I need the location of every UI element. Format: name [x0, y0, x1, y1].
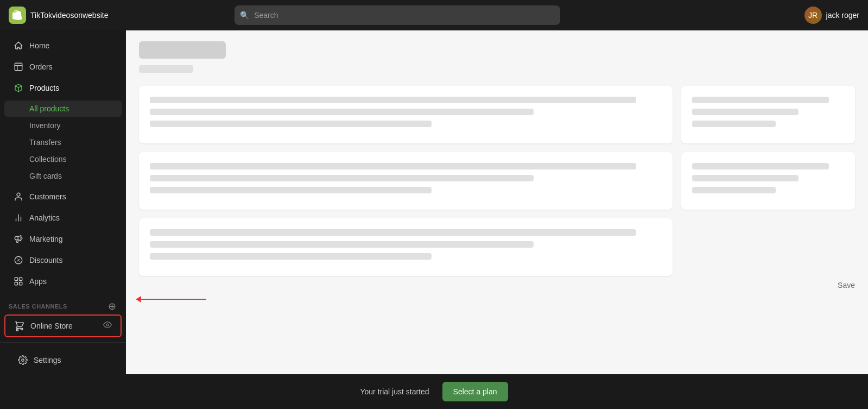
top-navigation: TikTokvideosonwebsite 🔍 JR jack roger: [0, 0, 868, 30]
sidebar-item-online-store[interactable]: Online Store: [4, 314, 122, 337]
skeleton-card-1: [139, 86, 673, 143]
user-name: jack roger: [826, 11, 859, 20]
skeleton-line: [150, 109, 534, 115]
skeleton-line: [692, 175, 799, 181]
gift-cards-label: Gift cards: [29, 172, 62, 180]
sidebar-item-inventory[interactable]: Inventory: [4, 117, 122, 134]
customers-icon: [13, 191, 24, 202]
skeleton-line: [692, 109, 799, 115]
svg-rect-3: [15, 282, 17, 285]
apps-label: Apps: [29, 277, 47, 286]
sales-channels-section: SALES CHANNELS ⊕: [0, 292, 126, 314]
nav-right: JR jack roger: [804, 7, 859, 24]
trial-message: Your trial just started: [360, 387, 429, 396]
orders-label: Orders: [29, 62, 53, 71]
sidebar-item-marketing[interactable]: Marketing: [4, 229, 122, 249]
discounts-icon: [13, 255, 24, 266]
skeleton-title: [139, 41, 226, 59]
svg-point-6: [22, 359, 24, 362]
right-column: [681, 86, 855, 276]
skeleton-line: [692, 187, 776, 193]
sidebar-item-gift-cards[interactable]: Gift cards: [4, 168, 122, 184]
sidebar-item-home[interactable]: Home: [4, 35, 122, 56]
sidebar-item-settings[interactable]: Settings: [9, 350, 117, 370]
products-icon: [13, 83, 24, 93]
inventory-label: Inventory: [29, 121, 61, 130]
skeleton-card-right-2: [681, 152, 855, 210]
skeleton-line: [150, 97, 636, 103]
search-input[interactable]: [235, 5, 560, 25]
orders-icon: [13, 61, 24, 72]
save-button-wrap: Save: [139, 280, 855, 290]
marketing-label: Marketing: [29, 235, 62, 243]
main-layout: Home Orders Products All products: [0, 30, 868, 374]
svg-rect-2: [20, 278, 22, 280]
sidebar-item-orders[interactable]: Orders: [4, 56, 122, 77]
skeleton-card-right-1: [681, 86, 855, 143]
apps-icon: [13, 276, 24, 287]
sidebar-item-analytics[interactable]: Analytics: [4, 207, 122, 228]
save-button[interactable]: Save: [838, 281, 855, 290]
products-label: Products: [29, 84, 59, 92]
sales-channels-label: SALES CHANNELS: [9, 303, 67, 310]
online-store-icon: [14, 320, 25, 331]
sidebar-item-discounts[interactable]: Discounts: [4, 250, 122, 270]
main-content: Save: [126, 30, 868, 374]
discounts-label: Discounts: [29, 256, 62, 265]
skeleton-line: [150, 175, 534, 181]
marketing-icon: [13, 234, 24, 244]
search-icon: 🔍: [240, 11, 249, 20]
svg-rect-0: [15, 63, 22, 71]
sidebar: Home Orders Products All products: [0, 30, 126, 374]
settings-label: Settings: [34, 356, 61, 364]
shopify-icon: [9, 7, 26, 24]
brand-name: TikTokvideosonwebsite: [30, 11, 108, 20]
skeleton-line: [150, 121, 432, 127]
skeleton-line: [150, 229, 636, 236]
all-products-label: All products: [29, 104, 69, 113]
customers-label: Customers: [29, 192, 66, 201]
sidebar-item-apps[interactable]: Apps: [4, 271, 122, 292]
avatar: JR: [804, 7, 822, 24]
skeleton-card-2: [139, 152, 673, 210]
svg-point-5: [106, 324, 109, 326]
products-sub-menu: All products Inventory Transfers Collect…: [0, 99, 126, 186]
sidebar-item-collections[interactable]: Collections: [4, 151, 122, 167]
skeleton-line: [150, 163, 636, 169]
sidebar-settings: Settings: [0, 342, 126, 374]
sidebar-navigation: Home Orders Products All products: [0, 30, 126, 342]
add-sales-channel-button[interactable]: ⊕: [106, 301, 117, 312]
skeleton-line: [150, 253, 432, 260]
svg-rect-4: [20, 282, 22, 285]
search-bar: 🔍: [235, 5, 560, 25]
home-icon: [13, 40, 24, 51]
settings-icon: [17, 355, 28, 366]
home-label: Home: [29, 41, 49, 50]
analytics-icon: [13, 212, 24, 223]
skeleton-line: [692, 97, 829, 103]
skeleton-subtitle: [139, 65, 193, 73]
select-plan-button[interactable]: Select a plan: [442, 382, 508, 401]
skeleton-line: [150, 241, 534, 248]
brand-logo[interactable]: TikTokvideosonwebsite: [9, 7, 108, 24]
sidebar-item-all-products[interactable]: All products: [4, 100, 122, 117]
skeleton-line: [150, 187, 432, 193]
skeleton-line: [692, 163, 829, 169]
trial-bar: Your trial just started Select a plan: [0, 374, 868, 409]
skeleton-line: [692, 121, 776, 127]
sidebar-item-transfers[interactable]: Transfers: [4, 134, 122, 150]
skeleton-card-3: [139, 218, 673, 276]
transfers-label: Transfers: [29, 138, 61, 147]
content-grid: [139, 86, 855, 276]
sidebar-item-customers[interactable]: Customers: [4, 186, 122, 207]
user-info[interactable]: JR jack roger: [804, 7, 859, 24]
eye-icon: [103, 320, 112, 331]
left-column: [139, 86, 673, 276]
collections-label: Collections: [29, 155, 66, 163]
svg-rect-1: [15, 278, 17, 280]
online-store-label: Online Store: [30, 322, 73, 330]
analytics-label: Analytics: [29, 213, 60, 222]
sidebar-item-products[interactable]: Products: [4, 78, 122, 98]
